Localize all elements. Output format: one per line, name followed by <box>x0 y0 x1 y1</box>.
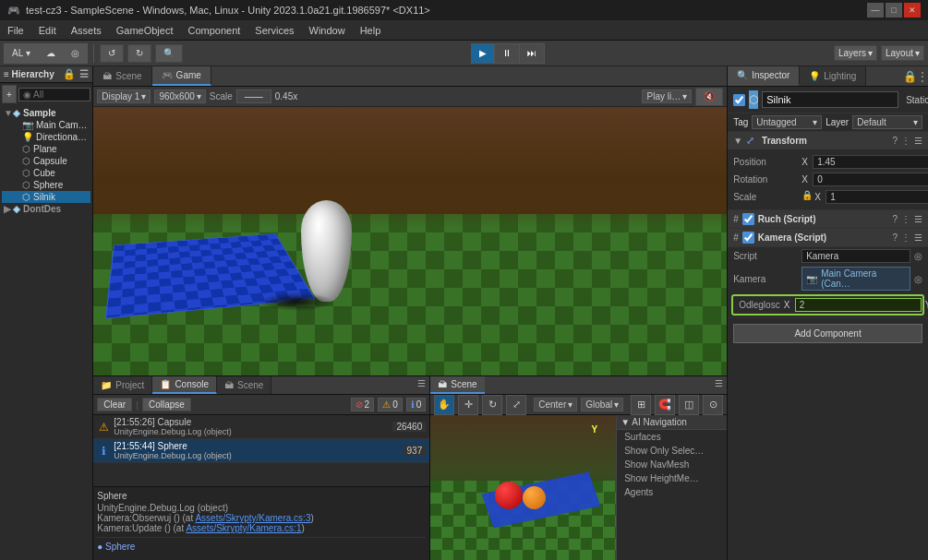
transform-help-icon[interactable]: ? <box>892 136 898 146</box>
kamera-select-icon[interactable]: ◎ <box>914 274 922 284</box>
kamera-link-1[interactable]: Assets/Skrypty/Kamera.cs:3 <box>195 513 310 523</box>
kamera-field-value[interactable]: 📷 Main Camera (Can… <box>801 267 910 291</box>
al-dropdown[interactable]: AL ▾ <box>5 44 39 63</box>
clear-button[interactable]: Clear <box>97 398 132 411</box>
cloud-button[interactable]: ☁ <box>39 44 64 63</box>
rotation-x-input[interactable] <box>813 173 928 186</box>
persp-button[interactable]: ◫ <box>679 395 699 415</box>
bottom-scene-tab-item[interactable]: 🏔 Scene <box>430 376 484 394</box>
hierarchy-item-directional[interactable]: 💡 Directiona… <box>2 131 90 143</box>
global-dropdown[interactable]: Global ▾ <box>581 398 623 411</box>
menu-file[interactable]: File <box>0 23 31 38</box>
ruch-script-header[interactable]: # Ruch (Script) ? ⋮ ☰ <box>728 210 928 229</box>
hierarchy-lock-icon[interactable]: 🔒 <box>63 68 76 80</box>
nav-item-show-only[interactable]: Show Only Selec… <box>617 444 727 458</box>
hand-tool-button[interactable]: ✋ <box>434 395 454 415</box>
layers-dropdown[interactable]: Layers ▾ <box>834 45 877 61</box>
nav-item-agents[interactable]: Agents <box>617 485 727 499</box>
redo-button[interactable]: ↻ <box>127 44 151 63</box>
rotate-tool-button[interactable]: ↻ <box>482 395 502 415</box>
minimize-button[interactable]: — <box>867 3 884 18</box>
odleglosc-x-input[interactable] <box>795 298 922 312</box>
menu-services[interactable]: Services <box>247 23 301 38</box>
tab-inspector[interactable]: 🔍 Inspector <box>728 66 800 86</box>
hierarchy-item-silnik[interactable]: ⬡ Silnik <box>2 191 90 203</box>
kamera-link-2[interactable]: Assets/Skrypty/Kamera.cs:1 <box>186 523 301 533</box>
nav-item-heightme[interactable]: Show HeightMe… <box>617 471 727 485</box>
tag-dropdown[interactable]: Untagged ▾ <box>752 115 822 129</box>
console-options-icon[interactable]: ☰ <box>414 376 429 394</box>
ruch-more-icon[interactable]: ⋮ <box>901 214 910 224</box>
step-button[interactable]: ⏭ <box>520 44 544 63</box>
transform-header[interactable]: ▼ ⤢ Transform ? ⋮ ☰ <box>728 132 928 149</box>
move-tool-button[interactable]: ✛ <box>458 395 478 415</box>
close-button[interactable]: ✕ <box>904 3 921 18</box>
inspector-more-button[interactable]: ⋮ <box>917 66 928 86</box>
play-label-dropdown[interactable]: Play li… ▾ <box>642 89 692 103</box>
tab-game[interactable]: 🎮 Game <box>152 66 211 86</box>
ruch-help-icon[interactable]: ? <box>892 214 898 224</box>
lock-scale-icon[interactable]: 🔒 <box>801 190 813 204</box>
overlay-button[interactable]: ⊙ <box>703 395 723 415</box>
hierarchy-item-capsule[interactable]: ⬡ Capsule <box>2 155 90 167</box>
hierarchy-item-maincamera[interactable]: 📷 Main Cam… <box>2 119 90 131</box>
tab-lighting[interactable]: 💡 Lighting <box>800 66 866 86</box>
center-dropdown[interactable]: Center ▾ <box>534 398 577 411</box>
kamera-script-header[interactable]: # Kamera (Script) ? ⋮ ☰ <box>728 229 928 247</box>
inspector-lock-button[interactable]: 🔒 <box>903 66 917 86</box>
tab-scene-bottom[interactable]: 🏔 Scene <box>217 376 271 394</box>
object-active-checkbox[interactable] <box>733 94 745 106</box>
snap-button[interactable]: 🧲 <box>655 395 675 415</box>
script-select-icon[interactable]: ◎ <box>914 251 922 261</box>
menu-assets[interactable]: Assets <box>64 23 109 38</box>
resolution-dropdown[interactable]: 960x600 ▾ <box>154 89 205 103</box>
undo-button[interactable]: ↺ <box>100 44 124 63</box>
collab-button[interactable]: ◎ <box>64 44 87 63</box>
hierarchy-add-button[interactable]: + <box>2 85 17 103</box>
hierarchy-menu-icon[interactable]: ☰ <box>79 68 89 80</box>
scale-x-input[interactable] <box>826 190 928 204</box>
kamera-more-icon[interactable]: ⋮ <box>901 232 910 243</box>
console-entry-0[interactable]: ⚠ [21:55:26] Capsule UnityEngine.Debug.L… <box>93 415 429 439</box>
play-button[interactable]: ▶ <box>472 44 495 63</box>
hierarchy-item-sphere[interactable]: ⬡ Sphere <box>2 179 90 191</box>
nav-item-surfaces[interactable]: Surfaces <box>617 430 727 444</box>
game-mute-button[interactable]: 🔇 <box>695 88 723 106</box>
add-component-button[interactable]: Add Component <box>733 324 922 343</box>
scale-tool-button[interactable]: ⤢ <box>506 395 526 415</box>
hierarchy-item-dontdes[interactable]: ▶ ◈ DontDes <box>2 203 90 215</box>
position-x-input[interactable] <box>813 155 928 169</box>
hierarchy-search-input[interactable] <box>18 88 90 101</box>
menu-help[interactable]: Help <box>353 23 389 38</box>
ruch-menu-icon[interactable]: ☰ <box>914 214 922 224</box>
kamera-menu-icon[interactable]: ☰ <box>914 232 922 243</box>
kamera-help-icon[interactable]: ? <box>892 232 898 243</box>
object-name-input[interactable] <box>762 91 898 108</box>
console-entry-1[interactable]: ℹ [21:55:44] Sphere UnityEngine.Debug.Lo… <box>93 439 429 463</box>
grid-button[interactable]: ⊞ <box>631 395 651 415</box>
transform-menu-icon[interactable]: ☰ <box>914 136 922 146</box>
tab-project[interactable]: 📁 Project <box>93 376 152 394</box>
ai-nav-title[interactable]: ▼ AI Navigation <box>617 415 727 430</box>
hierarchy-item-plane[interactable]: ⬡ Plane <box>2 143 90 155</box>
menu-gameobject[interactable]: GameObject <box>109 23 181 38</box>
scale-slider[interactable]: —— <box>236 89 271 103</box>
maximize-button[interactable]: □ <box>886 3 902 18</box>
layout-dropdown[interactable]: Layout ▾ <box>881 45 924 61</box>
nav-item-navmesh[interactable]: Show NavMesh <box>617 458 727 471</box>
kamera-enabled-checkbox[interactable] <box>742 232 754 244</box>
menu-component[interactable]: Component <box>180 23 247 38</box>
menu-window[interactable]: Window <box>302 23 353 38</box>
transform-more-icon[interactable]: ⋮ <box>901 136 910 146</box>
layer-dropdown[interactable]: Default ▾ <box>852 115 922 129</box>
pause-button[interactable]: ⏸ <box>495 44 520 63</box>
tab-console[interactable]: 📋 Console <box>152 376 217 394</box>
tab-scene[interactable]: 🏔 Scene <box>93 66 151 86</box>
ruch-enabled-checkbox[interactable] <box>742 213 754 225</box>
bottom-scene-menu-icon[interactable]: ☰ <box>711 376 727 394</box>
menu-edit[interactable]: Edit <box>31 23 64 38</box>
search-button[interactable]: 🔍 <box>155 44 183 63</box>
collapse-button[interactable]: Collapse <box>142 398 191 411</box>
display-dropdown[interactable]: Display 1 ▾ <box>97 89 151 103</box>
hierarchy-item-cube[interactable]: ⬡ Cube <box>2 167 90 179</box>
